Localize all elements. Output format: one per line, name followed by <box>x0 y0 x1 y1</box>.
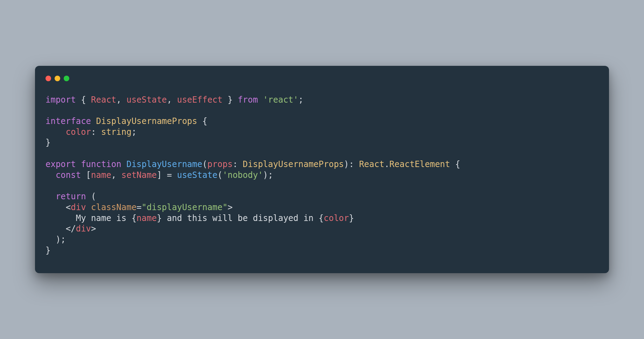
code-token: React <box>91 95 116 105</box>
code-token: } <box>349 213 354 223</box>
code-token: DisplayUsername <box>126 159 202 169</box>
code-token: , <box>167 95 177 105</box>
code-token: DisplayUsernameProps <box>96 116 197 126</box>
code-token: ( <box>202 159 207 169</box>
code-token: , <box>111 170 121 180</box>
code-token: ] = <box>157 170 177 180</box>
code-token: and this will be displayed in <box>162 213 318 223</box>
code-token: return <box>56 192 86 201</box>
code-token: name <box>91 170 111 180</box>
code-token: useEffect <box>177 95 223 105</box>
code-token: , <box>116 95 126 105</box>
code-token: ; <box>132 127 136 137</box>
code-token: div <box>76 224 91 234</box>
code-token: < <box>46 202 71 212</box>
window-titlebar <box>46 76 598 81</box>
code-token: ( <box>86 192 96 201</box>
code-window: import { React, useState, useEffect } fr… <box>35 66 609 274</box>
code-token: { <box>197 116 207 126</box>
code-token: useState <box>177 170 218 180</box>
code-token: 'react' <box>263 95 298 105</box>
code-token: } <box>157 213 162 223</box>
code-token: function <box>81 159 121 169</box>
code-token: div <box>71 202 86 212</box>
code-token <box>46 192 56 201</box>
minimize-icon[interactable] <box>55 76 60 81</box>
code-token: const <box>56 170 81 180</box>
code-token: string <box>101 127 132 137</box>
code-token: ): <box>344 159 359 169</box>
code-token: setName <box>121 170 157 180</box>
code-token <box>258 95 263 105</box>
code-token: : <box>233 159 243 169</box>
code-token: "displayUsername" <box>142 202 228 212</box>
code-token <box>91 116 96 126</box>
code-token: name <box>136 213 157 223</box>
code-token: > <box>91 224 96 234</box>
zoom-icon[interactable] <box>64 76 69 81</box>
code-block: import { React, useState, useEffect } fr… <box>46 95 598 256</box>
code-token: color <box>324 213 349 223</box>
code-token: { <box>318 213 323 223</box>
code-token: ; <box>299 95 303 105</box>
code-token: from <box>238 95 258 105</box>
code-token: { <box>450 159 460 169</box>
code-token <box>46 170 56 180</box>
code-token: DisplayUsernameProps <box>243 159 344 169</box>
code-token: } <box>46 138 50 147</box>
code-token <box>46 127 66 137</box>
code-token: . <box>384 159 389 169</box>
code-token: { <box>132 213 136 223</box>
code-token: = <box>136 202 141 212</box>
code-token: </ <box>46 224 76 234</box>
code-token: ); <box>263 170 273 180</box>
code-token: ReactElement <box>390 159 450 169</box>
code-token: className <box>91 202 136 212</box>
code-token: 'nobody' <box>223 170 263 180</box>
close-icon[interactable] <box>46 76 51 81</box>
code-token: React <box>359 159 384 169</box>
code-token: interface <box>46 116 91 126</box>
code-token: My name is <box>46 213 132 223</box>
code-token: } <box>46 245 50 255</box>
code-token: ); <box>46 235 66 244</box>
code-token: : <box>91 127 101 137</box>
code-token <box>76 159 81 169</box>
code-token: import <box>46 95 76 105</box>
code-token: useState <box>126 95 167 105</box>
code-token: export <box>46 159 76 169</box>
code-token <box>121 159 126 169</box>
code-token: } <box>223 95 238 105</box>
code-token: props <box>207 159 232 169</box>
code-token <box>86 202 91 212</box>
code-token: { <box>76 95 91 105</box>
code-token: ( <box>217 170 222 180</box>
code-token: color <box>66 127 91 137</box>
code-token: [ <box>81 170 91 180</box>
code-token: > <box>227 202 232 212</box>
